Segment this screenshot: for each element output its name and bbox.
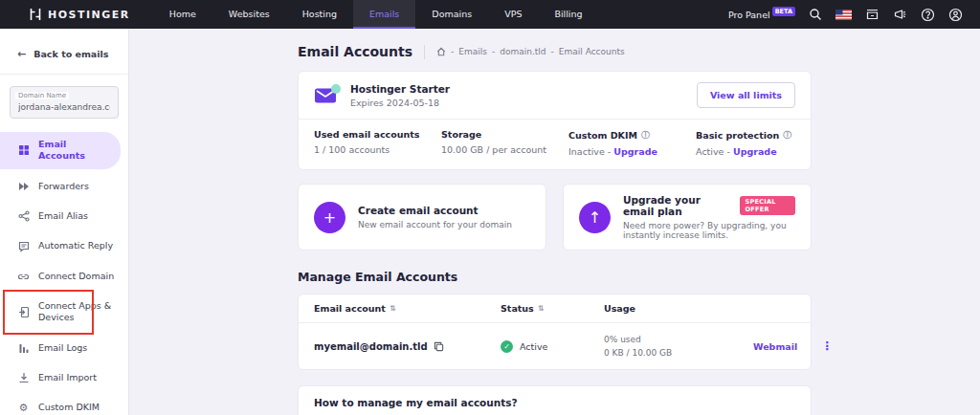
action-title: Upgrade your email plan — [623, 194, 733, 217]
nav-item-billing[interactable]: Billing — [538, 0, 598, 29]
store-icon[interactable] — [865, 8, 880, 21]
nav-item-home[interactable]: Home — [153, 0, 212, 29]
help-icon[interactable] — [921, 8, 935, 22]
nav-item-hosting[interactable]: Hosting — [286, 0, 353, 29]
sidebar-item-connect-apps-devices[interactable]: Connect Apps & Devices — [0, 294, 128, 331]
table-header-row: Email account ⇅ Status ⇅ Usage — [299, 295, 811, 322]
breadcrumb-domain[interactable]: domain.tld — [500, 47, 546, 56]
grid-icon — [17, 144, 30, 156]
webmail-link[interactable]: Webmail — [753, 341, 818, 352]
stat-value-text: Inactive - — [568, 146, 611, 157]
sidebar-item-custom-dkim[interactable]: ⚙ Custom DKIM — [0, 395, 128, 415]
nav-item-emails[interactable]: Emails — [353, 0, 415, 29]
back-to-emails-link[interactable]: ← Back to emails — [0, 48, 128, 60]
stat-label: Basic protection ⓘ — [696, 129, 795, 142]
info-icon: ⓘ — [641, 129, 650, 142]
action-description: Need more power? By upgrading, you insta… — [623, 221, 795, 240]
help-card-title: How to manage my email accounts? — [299, 386, 811, 415]
gear-icon: ⚙ — [17, 403, 30, 413]
column-header-label: Email account — [314, 303, 386, 314]
create-email-account-card[interactable]: + Create email account New email account… — [298, 184, 546, 251]
plan-expiry: Expires 2024-05-18 — [350, 98, 450, 108]
pro-panel-label: Pro Panel — [728, 10, 770, 20]
column-header-label: Status — [501, 303, 534, 314]
usage-percent: 0% used — [604, 335, 753, 344]
sidebar-nav: Email Accounts Forwarders Email Alias — [0, 132, 128, 415]
column-header-email-account[interactable]: Email account ⇅ — [314, 303, 501, 314]
usage-cell: 0% used 0 KB / 10.00 GB — [604, 335, 753, 358]
info-icon: ⓘ — [783, 129, 791, 142]
action-title: Create email account — [358, 205, 479, 216]
account-profile-icon[interactable] — [948, 8, 963, 22]
sort-icon: ⇅ — [538, 304, 545, 313]
back-link-label: Back to emails — [33, 49, 108, 59]
announcements-megaphone-icon[interactable] — [893, 8, 907, 21]
breadcrumb-email-accounts: Email Accounts — [559, 47, 625, 56]
breadcrumb: - Emails - domain.tld - Email Accounts — [436, 47, 625, 56]
search-icon[interactable] — [809, 8, 822, 21]
upgrade-email-plan-card[interactable]: ↑ Upgrade your email plan SPECIAL OFFER … — [563, 184, 812, 251]
logo-text: HOSTINGER — [48, 9, 130, 21]
column-header-label: Usage — [604, 303, 635, 314]
breadcrumb-emails[interactable]: Emails — [458, 47, 487, 56]
plan-card: Hostinger Starter Expires 2024-05-18 Vie… — [298, 71, 812, 170]
envelope-icon — [314, 87, 337, 104]
sidebar-item-label: Email Import — [38, 372, 97, 383]
email-accounts-table: Email account ⇅ Status ⇅ Usage myema — [298, 294, 812, 370]
home-icon[interactable] — [436, 47, 446, 56]
sidebar-item-email-logs[interactable]: Email Logs — [0, 336, 128, 360]
nav-item-vps[interactable]: VPS — [488, 0, 538, 29]
nav-item-websites[interactable]: Websites — [212, 0, 286, 29]
top-navigation-bar: HOSTINGER Home Websites Hosting Emails D… — [0, 0, 980, 29]
stat-custom-dkim: Custom DKIM ⓘ Inactive - Upgrade — [568, 129, 696, 157]
stat-label-text: Custom DKIM — [568, 130, 637, 141]
sidebar-item-connect-domain[interactable]: Connect Domain — [0, 264, 128, 289]
copy-icon[interactable] — [434, 341, 444, 352]
pro-panel-link[interactable]: Pro Panel BETA — [728, 10, 795, 20]
upgrade-link[interactable]: Upgrade — [733, 146, 777, 157]
beta-badge: BETA — [772, 7, 795, 16]
sidebar-item-label: Email Accounts — [38, 139, 113, 163]
stat-value-text: Active - — [696, 146, 730, 157]
email-address: myemail@domain.tld — [314, 341, 428, 352]
sidebar-item-forwarders[interactable]: Forwarders — [0, 174, 128, 199]
sidebar-item-email-import[interactable]: Email Import — [0, 365, 128, 390]
sidebar-item-automatic-reply[interactable]: Automatic Reply — [0, 233, 128, 258]
kebab-menu-icon[interactable]: ⋮ — [818, 339, 835, 353]
stat-value: 10.00 GB / per account — [441, 144, 568, 155]
main-area: Email Accounts - Emails - domain.tld - E… — [129, 29, 980, 415]
sidebar-item-label: Connect Apps & Devices — [38, 300, 121, 324]
import-download-icon — [17, 372, 30, 383]
stat-value: Inactive - Upgrade — [568, 146, 696, 157]
sidebar-item-label: Automatic Reply — [38, 240, 113, 251]
status-badge: Active — [520, 341, 547, 352]
action-description: New email account for your domain — [358, 220, 512, 229]
sidebar-item-email-alias[interactable]: Email Alias — [0, 204, 128, 229]
column-header-status[interactable]: Status ⇅ — [501, 303, 604, 314]
domain-field-label: Domain Name — [15, 92, 69, 99]
breadcrumb-separator: - — [551, 47, 554, 56]
sidebar-item-email-accounts[interactable]: Email Accounts — [0, 132, 121, 169]
forward-icon — [17, 182, 30, 191]
hostinger-logo-icon — [29, 8, 42, 21]
chat-icon — [17, 241, 30, 252]
share-icon — [17, 210, 30, 222]
domain-name-select[interactable]: Domain Name jordana-alexandrea.com — [10, 86, 119, 119]
arrow-up-icon: ↑ — [579, 202, 611, 233]
sort-icon: ⇅ — [390, 304, 396, 313]
email-cell: myemail@domain.tld — [314, 341, 501, 352]
upgrade-link[interactable]: Upgrade — [613, 146, 657, 157]
title-divider — [424, 45, 425, 59]
topbar-right-cluster: Pro Panel BETA — [728, 8, 980, 22]
column-header-usage: Usage — [604, 303, 753, 314]
usage-detail: 0 KB / 10.00 GB — [604, 348, 753, 358]
view-all-limits-button[interactable]: View all limits — [697, 82, 795, 108]
check-icon: ✓ — [501, 340, 513, 353]
language-flag-us-icon[interactable] — [835, 10, 852, 20]
hostinger-logo[interactable]: HOSTINGER — [0, 8, 153, 21]
stat-value: 1 / 100 accounts — [314, 144, 441, 155]
top-nav-items: Home Websites Hosting Emails Domains VPS… — [153, 0, 599, 29]
devices-icon — [17, 306, 30, 318]
nav-item-domains[interactable]: Domains — [415, 0, 488, 29]
sidebar-item-label: Connect Domain — [38, 271, 114, 282]
